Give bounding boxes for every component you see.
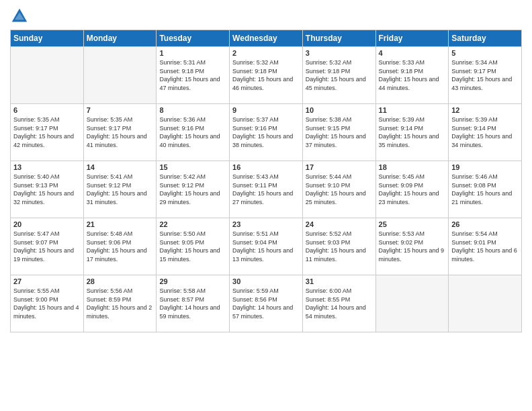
calendar-cell: 31Sunrise: 6:00 AM Sunset: 8:55 PM Dayli… [302, 275, 375, 332]
calendar-cell: 25Sunrise: 5:53 AM Sunset: 9:02 PM Dayli… [375, 218, 449, 275]
calendar-cell: 27Sunrise: 5:55 AM Sunset: 9:00 PM Dayli… [11, 275, 84, 332]
day-number: 4 [379, 49, 446, 57]
day-info: Sunrise: 5:44 AM Sunset: 9:10 PM Dayligh… [306, 173, 373, 206]
day-info: Sunrise: 5:32 AM Sunset: 9:18 PM Dayligh… [232, 58, 300, 92]
day-info: Sunrise: 5:51 AM Sunset: 9:04 PM Dayligh… [232, 230, 300, 263]
day-info: Sunrise: 5:40 AM Sunset: 9:13 PM Dayligh… [13, 173, 81, 206]
day-number: 29 [159, 277, 226, 285]
day-info: Sunrise: 5:56 AM Sunset: 8:59 PM Dayligh… [87, 287, 154, 320]
calendar-cell: 13Sunrise: 5:40 AM Sunset: 9:13 PM Dayli… [11, 161, 84, 218]
day-number: 5 [451, 49, 519, 57]
calendar-cell: 26Sunrise: 5:54 AM Sunset: 9:01 PM Dayli… [449, 218, 522, 275]
day-info: Sunrise: 5:48 AM Sunset: 9:06 PM Dayligh… [87, 230, 154, 263]
day-info: Sunrise: 5:38 AM Sunset: 9:15 PM Dayligh… [306, 116, 373, 149]
day-number: 6 [13, 106, 81, 114]
calendar-cell: 3Sunrise: 5:32 AM Sunset: 9:18 PM Daylig… [302, 47, 375, 104]
calendar-cell: 20Sunrise: 5:47 AM Sunset: 9:07 PM Dayli… [11, 218, 84, 275]
day-info: Sunrise: 5:35 AM Sunset: 9:17 PM Dayligh… [13, 116, 81, 149]
day-info: Sunrise: 5:46 AM Sunset: 9:08 PM Dayligh… [451, 173, 519, 206]
day-info: Sunrise: 5:47 AM Sunset: 9:07 PM Dayligh… [13, 230, 81, 263]
day-info: Sunrise: 5:50 AM Sunset: 9:05 PM Dayligh… [159, 230, 226, 263]
calendar-cell: 7Sunrise: 5:35 AM Sunset: 9:17 PM Daylig… [83, 104, 157, 161]
day-number: 28 [87, 277, 154, 285]
calendar-cell: 28Sunrise: 5:56 AM Sunset: 8:59 PM Dayli… [83, 275, 157, 332]
calendar-cell: 8Sunrise: 5:36 AM Sunset: 9:16 PM Daylig… [157, 104, 230, 161]
day-number: 11 [379, 106, 446, 114]
day-info: Sunrise: 5:41 AM Sunset: 9:12 PM Dayligh… [87, 173, 154, 206]
day-info: Sunrise: 5:59 AM Sunset: 8:56 PM Dayligh… [232, 287, 300, 320]
calendar-cell: 30Sunrise: 5:59 AM Sunset: 8:56 PM Dayli… [230, 275, 303, 332]
day-info: Sunrise: 5:42 AM Sunset: 9:12 PM Dayligh… [159, 173, 226, 206]
day-number: 3 [306, 49, 373, 57]
day-info: Sunrise: 5:35 AM Sunset: 9:17 PM Dayligh… [87, 116, 154, 149]
weekday-header-saturday: Saturday [449, 30, 522, 47]
calendar-cell: 22Sunrise: 5:50 AM Sunset: 9:05 PM Dayli… [157, 218, 230, 275]
week-row-0: 1Sunrise: 5:31 AM Sunset: 9:18 PM Daylig… [11, 47, 522, 104]
calendar-cell: 5Sunrise: 5:34 AM Sunset: 9:17 PM Daylig… [449, 47, 522, 104]
weekday-header-sunday: Sunday [11, 30, 84, 47]
day-number: 23 [232, 220, 300, 228]
header [10, 7, 522, 26]
day-number: 9 [232, 106, 300, 114]
day-number: 20 [13, 220, 81, 228]
calendar-cell: 9Sunrise: 5:37 AM Sunset: 9:16 PM Daylig… [230, 104, 303, 161]
week-row-4: 27Sunrise: 5:55 AM Sunset: 9:00 PM Dayli… [11, 275, 522, 332]
weekday-header-wednesday: Wednesday [230, 30, 303, 47]
day-number: 15 [159, 163, 226, 171]
calendar-cell: 19Sunrise: 5:46 AM Sunset: 9:08 PM Dayli… [449, 161, 522, 218]
day-number: 24 [306, 220, 373, 228]
weekday-header-row: SundayMondayTuesdayWednesdayThursdayFrid… [11, 30, 522, 47]
day-number: 22 [159, 220, 226, 228]
day-info: Sunrise: 5:31 AM Sunset: 9:18 PM Dayligh… [159, 58, 226, 92]
day-number: 14 [87, 163, 154, 171]
day-number: 1 [159, 49, 226, 57]
day-info: Sunrise: 5:54 AM Sunset: 9:01 PM Dayligh… [451, 230, 519, 263]
day-number: 17 [306, 163, 373, 171]
day-number: 31 [306, 277, 373, 285]
day-number: 2 [232, 49, 300, 57]
day-number: 25 [379, 220, 446, 228]
day-number: 13 [13, 163, 81, 171]
day-info: Sunrise: 5:43 AM Sunset: 9:11 PM Dayligh… [232, 173, 300, 206]
logo [10, 7, 32, 26]
calendar-cell: 17Sunrise: 5:44 AM Sunset: 9:10 PM Dayli… [302, 161, 375, 218]
day-number: 16 [232, 163, 300, 171]
calendar-cell: 15Sunrise: 5:42 AM Sunset: 9:12 PM Dayli… [157, 161, 230, 218]
week-row-3: 20Sunrise: 5:47 AM Sunset: 9:07 PM Dayli… [11, 218, 522, 275]
calendar-cell: 14Sunrise: 5:41 AM Sunset: 9:12 PM Dayli… [83, 161, 157, 218]
calendar-table: SundayMondayTuesdayWednesdayThursdayFrid… [10, 30, 522, 332]
calendar-cell: 24Sunrise: 5:52 AM Sunset: 9:03 PM Dayli… [302, 218, 375, 275]
calendar-cell: 2Sunrise: 5:32 AM Sunset: 9:18 PM Daylig… [230, 47, 303, 104]
page: SundayMondayTuesdayWednesdayThursdayFrid… [0, 0, 532, 411]
calendar-cell: 4Sunrise: 5:33 AM Sunset: 9:18 PM Daylig… [375, 47, 449, 104]
day-number: 19 [451, 163, 519, 171]
calendar-cell: 21Sunrise: 5:48 AM Sunset: 9:06 PM Dayli… [83, 218, 157, 275]
day-number: 12 [451, 106, 519, 114]
day-number: 10 [306, 106, 373, 114]
calendar-cell [11, 47, 84, 104]
day-info: Sunrise: 5:37 AM Sunset: 9:16 PM Dayligh… [232, 116, 300, 149]
weekday-header-friday: Friday [375, 30, 449, 47]
day-number: 27 [13, 277, 81, 285]
calendar-cell [449, 275, 522, 332]
calendar-cell: 29Sunrise: 5:58 AM Sunset: 8:57 PM Dayli… [157, 275, 230, 332]
day-number: 26 [451, 220, 519, 228]
day-info: Sunrise: 5:45 AM Sunset: 9:09 PM Dayligh… [379, 173, 446, 206]
day-info: Sunrise: 5:39 AM Sunset: 9:14 PM Dayligh… [379, 116, 446, 149]
day-number: 21 [87, 220, 154, 228]
day-info: Sunrise: 5:36 AM Sunset: 9:16 PM Dayligh… [159, 116, 226, 149]
week-row-1: 6Sunrise: 5:35 AM Sunset: 9:17 PM Daylig… [11, 104, 522, 161]
day-info: Sunrise: 5:52 AM Sunset: 9:03 PM Dayligh… [306, 230, 373, 263]
day-info: Sunrise: 5:34 AM Sunset: 9:17 PM Dayligh… [451, 58, 519, 92]
day-info: Sunrise: 6:00 AM Sunset: 8:55 PM Dayligh… [306, 287, 373, 320]
day-info: Sunrise: 5:55 AM Sunset: 9:00 PM Dayligh… [13, 287, 81, 320]
day-info: Sunrise: 5:33 AM Sunset: 9:18 PM Dayligh… [379, 58, 446, 92]
day-info: Sunrise: 5:39 AM Sunset: 9:14 PM Dayligh… [451, 116, 519, 149]
day-number: 8 [159, 106, 226, 114]
calendar-cell: 23Sunrise: 5:51 AM Sunset: 9:04 PM Dayli… [230, 218, 303, 275]
day-info: Sunrise: 5:53 AM Sunset: 9:02 PM Dayligh… [379, 230, 446, 263]
day-info: Sunrise: 5:58 AM Sunset: 8:57 PM Dayligh… [159, 287, 226, 320]
weekday-header-tuesday: Tuesday [157, 30, 230, 47]
day-info: Sunrise: 5:32 AM Sunset: 9:18 PM Dayligh… [306, 58, 373, 92]
day-number: 7 [87, 106, 154, 114]
